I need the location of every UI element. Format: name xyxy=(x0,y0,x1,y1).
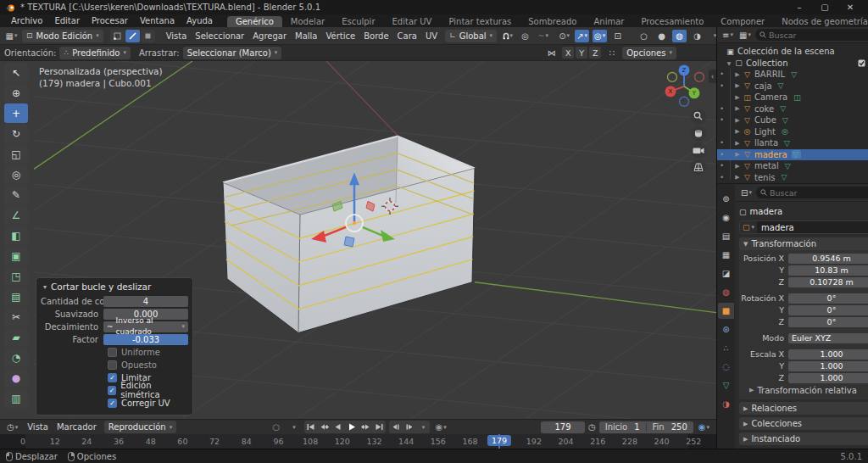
expand-icon[interactable]: ▶ xyxy=(733,71,742,78)
collection-row[interactable]: ▼ ▢ Collection xyxy=(717,58,868,70)
vertex-select-button[interactable] xyxy=(110,30,125,42)
rotate-tool[interactable]: ↻ xyxy=(4,124,28,143)
next-keyframe-button[interactable] xyxy=(359,421,372,433)
timeline-ruler[interactable]: 179 012243648607284961081201321441561681… xyxy=(0,434,716,449)
viewport-menu-item[interactable]: Seleccionar xyxy=(191,31,248,41)
mirror-axis-button[interactable]: Z xyxy=(589,47,601,59)
auto-keying-button[interactable]: ○ xyxy=(269,421,283,433)
value-field[interactable]: 0° xyxy=(788,293,868,304)
timeline-editor-type-button[interactable]: ◷▾ xyxy=(5,421,19,433)
expand-icon[interactable]: ▶ xyxy=(733,151,742,158)
value-field[interactable]: 1.000 xyxy=(788,373,868,384)
scale-tool[interactable]: ◱ xyxy=(4,144,28,164)
particles-tab[interactable]: ∴ xyxy=(718,340,734,356)
show-object-types-dropdown[interactable]: ⊙▾ xyxy=(557,30,571,42)
workspace-tab[interactable]: Modelar xyxy=(282,16,333,27)
object-name-field[interactable]: ▢ ▾ madera xyxy=(739,220,868,234)
timeline-menu-item[interactable]: Marcador xyxy=(53,422,101,432)
start-frame-field[interactable]: Inicio1 xyxy=(599,422,646,432)
collapsed-panel[interactable]: ▶ Colecciones ∷ xyxy=(739,417,868,430)
object-data-tab[interactable]: ▽ xyxy=(718,377,734,393)
mesh-object-madera[interactable] xyxy=(223,137,475,333)
delta-transform-subpanel[interactable]: ▶ Transformación relativa xyxy=(741,384,868,396)
value-field[interactable]: 10.83 m xyxy=(788,265,868,276)
expand-icon[interactable]: ▶ xyxy=(733,117,742,124)
expand-icon[interactable]: ▶ xyxy=(733,128,742,135)
scene-collection-row[interactable]: ▣ Colección de la escena xyxy=(717,46,868,58)
rotation-mode-dropdown[interactable]: Euler XYZ ▾ xyxy=(788,333,868,344)
outliner-item[interactable]: • ▶ ▽ tenis ▽ xyxy=(717,172,868,184)
collection-checkbox[interactable] xyxy=(854,59,868,67)
menu-item[interactable]: Ayuda xyxy=(181,16,219,25)
viewport-menu-item[interactable]: Malla xyxy=(291,31,321,41)
menu-item[interactable]: Archivo xyxy=(5,16,48,25)
jump-to-start-button[interactable] xyxy=(304,421,318,433)
modifiers-tab[interactable]: ⊛ xyxy=(718,321,734,337)
step-forward-button[interactable] xyxy=(403,421,416,433)
menu-item[interactable]: Procesar xyxy=(86,16,134,25)
mirror-icon[interactable]: ⋈ xyxy=(544,47,559,59)
viewport-menu-item[interactable]: UV xyxy=(421,31,442,41)
expand-icon[interactable]: ▼ xyxy=(725,60,733,66)
keying-popover-button[interactable]: ◉▾ xyxy=(697,421,711,433)
expand-icon[interactable]: ▶ xyxy=(733,163,742,170)
viewport-menu-item[interactable]: Agregar xyxy=(248,31,291,41)
expand-icon[interactable]: ▶ xyxy=(733,174,742,181)
menu-item[interactable]: Ventana xyxy=(134,16,181,25)
value-field[interactable]: 1.000 xyxy=(788,349,868,360)
collapsed-panel[interactable]: ▶ Relaciones ∷ xyxy=(739,402,868,415)
workspace-tab[interactable]: Animar xyxy=(585,16,632,27)
outliner-item[interactable]: • ▶ ▽ caja ▽ xyxy=(717,81,868,92)
menu-item[interactable]: Editar xyxy=(48,16,86,25)
shading-rendered-button[interactable]: ◑ xyxy=(690,30,704,42)
shading-solid-button[interactable]: ● xyxy=(654,30,669,42)
workspace-tab[interactable]: Esculpir xyxy=(333,16,383,27)
spin-tool[interactable]: ◔ xyxy=(4,348,28,367)
workspace-tab[interactable]: Editar UV xyxy=(384,16,441,27)
object-tab[interactable]: ■ xyxy=(718,303,734,319)
operator-checkbox[interactable]: ✓ Edición simétrica xyxy=(108,384,188,396)
operator-checkbox[interactable]: ✓ Opuesto xyxy=(108,359,188,371)
maximize-button[interactable]: ▢ xyxy=(812,3,837,12)
value-field[interactable]: 0.9546 m xyxy=(788,254,868,265)
transform-tool[interactable]: ◎ xyxy=(4,165,28,184)
workspace-tab[interactable]: Procesamiento xyxy=(632,16,712,27)
sidebar-toggle[interactable]: ‹ xyxy=(709,70,716,83)
gizmos-toggle-button[interactable]: ↗▾ xyxy=(575,30,589,42)
bevel-tool[interactable]: ◳ xyxy=(4,266,28,286)
outliner-item[interactable]: • ▶ ▽ madera ▽ xyxy=(717,149,868,161)
end-frame-field[interactable]: Fin250 xyxy=(647,422,693,432)
outliner-item[interactable]: • ▶ ◫ Camera ◫ xyxy=(717,92,868,103)
mode-dropdown[interactable]: ⊡ Modo Edición ▾ xyxy=(22,30,103,42)
current-frame-badge[interactable]: 179 xyxy=(487,435,511,446)
expand-icon[interactable]: ▶ xyxy=(733,105,742,112)
previous-keyframe-button[interactable] xyxy=(318,421,331,433)
jump-to-end-button[interactable] xyxy=(372,421,386,433)
render-tab[interactable]: ◉ xyxy=(718,209,734,226)
expand-icon[interactable]: ▶ xyxy=(733,82,742,89)
step-dropdown[interactable]: ▾ xyxy=(416,421,430,433)
smooth-tool[interactable]: ● xyxy=(4,368,28,388)
outliner-search-input[interactable] xyxy=(769,31,868,40)
playback-dropdown[interactable]: Reproducción ▾ xyxy=(104,421,176,433)
tool-tab[interactable]: ⊚ xyxy=(718,191,734,207)
edge-select-button[interactable] xyxy=(125,30,140,42)
inset-faces-tool[interactable]: ▣ xyxy=(4,246,28,265)
edge-slide-tool[interactable]: ▥ xyxy=(4,388,28,408)
view-layer-tab[interactable]: ▦ xyxy=(718,247,734,263)
cuts-field[interactable]: 4 xyxy=(103,296,188,307)
annotate-tool[interactable]: ✎ xyxy=(4,185,28,204)
play-button[interactable] xyxy=(345,421,359,433)
properties-search-input[interactable] xyxy=(770,188,868,198)
expand-icon[interactable]: ▶ xyxy=(733,140,742,147)
workspace-tab[interactable]: Pintar texturas xyxy=(440,16,520,27)
scene-tab[interactable]: ◪ xyxy=(718,265,734,282)
measure-tool[interactable]: ∠ xyxy=(4,205,28,225)
viewport-menu-item[interactable]: Vértice xyxy=(322,31,360,41)
minimize-button[interactable]: – xyxy=(787,3,812,12)
mirror-axis-button[interactable]: X xyxy=(562,47,574,59)
knife-tool[interactable]: ✂ xyxy=(4,307,28,326)
collapsed-panel[interactable]: ▶ Instanciado ∷ xyxy=(739,432,868,445)
tweak-select-tool[interactable]: ↖ xyxy=(4,63,28,82)
play-reverse-button[interactable] xyxy=(331,421,345,433)
